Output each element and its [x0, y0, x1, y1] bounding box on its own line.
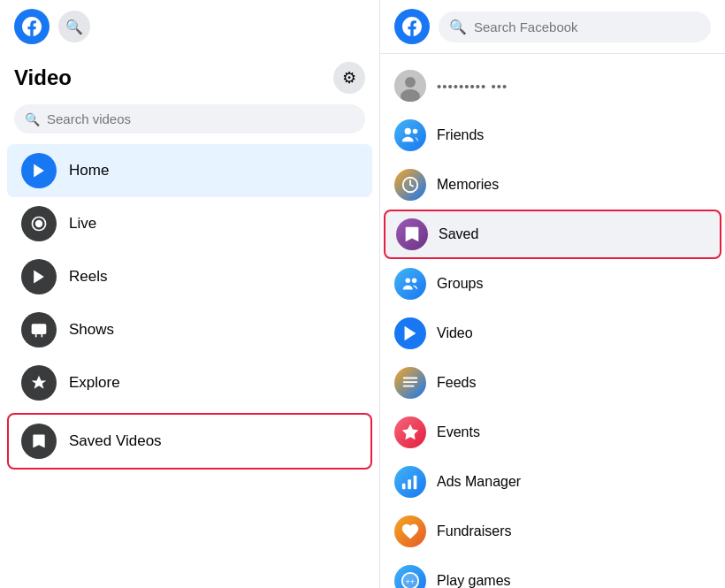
svg-point-10: [405, 128, 411, 134]
user-name: ••••••••• •••: [437, 79, 508, 94]
menu-label-saved: Saved: [439, 226, 478, 242]
svg-point-13: [406, 279, 411, 284]
svg-marker-19: [402, 424, 418, 439]
nav-label-saved-videos: Saved Videos: [69, 432, 162, 450]
svg-rect-17: [403, 381, 418, 383]
home-icon: [21, 153, 57, 188]
user-avatar: [394, 70, 426, 102]
facebook-logo-left[interactable]: [14, 9, 50, 44]
svg-text:++: ++: [406, 577, 416, 586]
nav-item-shows[interactable]: Shows: [7, 303, 372, 356]
menu-item-groups[interactable]: Groups: [380, 259, 725, 309]
nav-label-shows: Shows: [69, 321, 114, 339]
svg-point-1: [35, 220, 42, 227]
fundraisers-icon: [394, 515, 426, 547]
menu-item-play-games[interactable]: ++ Play games: [380, 556, 725, 588]
menu-list: ••••••••• ••• Friends Memories Saved: [380, 54, 725, 588]
svg-rect-22: [414, 476, 417, 490]
nav-item-saved-videos[interactable]: Saved Videos: [7, 413, 372, 470]
menu-label-events: Events: [437, 424, 480, 440]
menu-item-memories[interactable]: Memories: [380, 160, 725, 210]
video-search-input[interactable]: [47, 111, 355, 126]
svg-rect-16: [403, 378, 418, 379]
svg-point-8: [405, 77, 416, 88]
settings-button[interactable]: ⚙: [333, 62, 365, 94]
search-icon-left[interactable]: 🔍: [58, 11, 90, 42]
svg-rect-20: [402, 484, 406, 489]
menu-item-video[interactable]: Video: [380, 309, 725, 358]
menu-label-ads-manager: Ads Manager: [437, 474, 521, 490]
svg-rect-21: [408, 479, 411, 489]
svg-marker-0: [34, 164, 44, 178]
left-header: Video ⚙: [0, 48, 379, 101]
shows-icon: [21, 312, 57, 347]
video-search-bar[interactable]: 🔍: [14, 104, 365, 134]
svg-point-14: [412, 279, 417, 284]
svg-rect-18: [403, 386, 415, 387]
reels-icon: [21, 259, 57, 294]
nav-item-reels[interactable]: Reels: [7, 250, 372, 303]
menu-item-ads-manager[interactable]: Ads Manager: [380, 457, 725, 507]
feeds-icon: [394, 367, 426, 399]
svg-marker-3: [34, 271, 44, 284]
svg-point-11: [413, 129, 418, 134]
menu-label-memories: Memories: [437, 177, 499, 193]
svg-rect-4: [32, 324, 47, 334]
facebook-logo-right[interactable]: [394, 9, 430, 44]
page-title: Video: [14, 65, 72, 90]
facebook-search-input[interactable]: [474, 19, 700, 34]
menu-label-play-games: Play games: [437, 573, 511, 588]
memories-icon: [394, 169, 426, 201]
menu-item-saved[interactable]: Saved: [384, 210, 721, 259]
left-top-bar: 🔍: [0, 0, 379, 48]
saved-videos-icon: [21, 424, 57, 459]
menu-item-feeds[interactable]: Feeds: [380, 358, 725, 408]
user-profile-item[interactable]: ••••••••• •••: [380, 61, 725, 111]
nav-label-explore: Explore: [69, 374, 120, 392]
nav-label-reels: Reels: [69, 268, 107, 286]
menu-item-friends[interactable]: Friends: [380, 111, 725, 160]
right-header: 🔍: [380, 0, 725, 54]
menu-label-groups: Groups: [437, 276, 483, 292]
search-icon: 🔍: [25, 112, 40, 126]
menu-item-events[interactable]: Events: [380, 408, 725, 457]
nav-label-live: Live: [69, 215, 96, 233]
explore-icon: [21, 365, 57, 401]
events-icon: [394, 416, 426, 448]
ads-manager-icon: [394, 466, 426, 498]
menu-item-fundraisers[interactable]: Fundraisers: [380, 507, 725, 556]
friends-icon: [394, 119, 426, 151]
groups-icon: [394, 268, 426, 300]
menu-label-feeds: Feeds: [437, 375, 476, 391]
facebook-search-bar[interactable]: 🔍: [439, 11, 711, 42]
nav-label-home: Home: [69, 162, 109, 179]
nav-list: Home Live Reels Shows Explore: [0, 144, 379, 473]
live-icon: [21, 206, 57, 241]
video-icon: [394, 317, 426, 349]
saved-icon: [396, 218, 428, 250]
svg-marker-15: [405, 326, 416, 341]
nav-item-live[interactable]: Live: [7, 197, 372, 250]
menu-label-fundraisers: Fundraisers: [437, 523, 511, 539]
search-icon-right: 🔍: [449, 19, 467, 35]
nav-item-explore[interactable]: Explore: [7, 356, 372, 409]
menu-label-friends: Friends: [437, 127, 484, 143]
right-panel: 🔍 ••••••••• ••• Friends: [380, 0, 725, 588]
play-games-icon: ++: [394, 565, 426, 588]
nav-item-home[interactable]: Home: [7, 144, 372, 197]
left-panel: 🔍 Video ⚙ 🔍 Home Live Reels: [0, 0, 380, 588]
menu-label-video: Video: [437, 325, 473, 341]
